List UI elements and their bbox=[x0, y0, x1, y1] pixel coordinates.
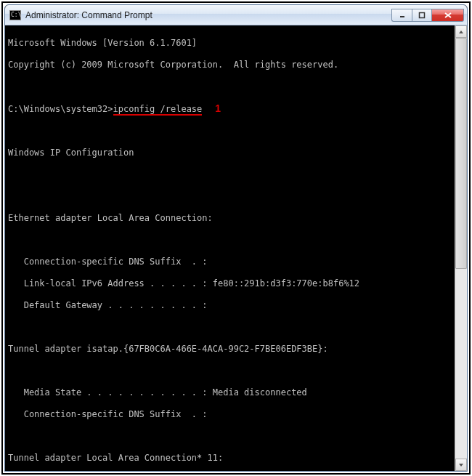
adapter-header: Ethernet adapter Local Area Connection: bbox=[8, 213, 452, 224]
line-header2: Copyright (c) 2009 Microsoft Corporation… bbox=[8, 60, 452, 70]
line-detail: Connection-specific DNS Suffix . : bbox=[8, 409, 452, 420]
close-button[interactable] bbox=[432, 9, 464, 22]
line-blank bbox=[8, 235, 452, 246]
prompt-line-1: C:\Windows\system32>ipconfig /release1 bbox=[8, 103, 452, 115]
svg-marker-4 bbox=[459, 31, 463, 33]
line-blank bbox=[8, 191, 452, 202]
scroll-up-button[interactable] bbox=[455, 25, 467, 38]
svg-marker-5 bbox=[459, 464, 463, 467]
annotation-1: 1 bbox=[215, 102, 221, 114]
adapter-header: Tunnel adapter Local Area Connection* 11… bbox=[8, 453, 452, 464]
svg-rect-1 bbox=[420, 12, 425, 17]
line-detail: Default Gateway . . . . . . . . . : bbox=[8, 300, 452, 311]
terminal-output[interactable]: Microsoft Windows [Version 6.1.7601] Cop… bbox=[5, 25, 455, 471]
command-prompt-window: C:\ Administrator: Command Prompt Micros… bbox=[4, 4, 468, 472]
scroll-down-button[interactable] bbox=[455, 459, 467, 471]
line-blank bbox=[8, 81, 452, 92]
line-detail: Link-local IPv6 Address . . . . . : fe80… bbox=[8, 278, 452, 289]
titlebar[interactable]: C:\ Administrator: Command Prompt bbox=[5, 5, 467, 25]
line-detail: Connection-specific DNS Suffix . : bbox=[8, 257, 452, 267]
maximize-button[interactable] bbox=[412, 9, 432, 22]
command-1: ipconfig /release bbox=[113, 104, 203, 116]
line-header1: Microsoft Windows [Version 6.1.7601] bbox=[8, 38, 452, 49]
line-ipconfig-hdr: Windows IP Configuration bbox=[8, 148, 452, 158]
prompt: C:\Windows\system32> bbox=[8, 104, 113, 114]
scrollbar[interactable] bbox=[455, 25, 467, 471]
line-blank bbox=[8, 366, 452, 376]
scroll-thumb[interactable] bbox=[455, 38, 467, 269]
line-blank bbox=[8, 126, 452, 137]
window-title: Administrator: Command Prompt bbox=[25, 10, 391, 20]
minimize-button[interactable] bbox=[391, 9, 412, 22]
window-controls bbox=[391, 9, 464, 22]
adapter-header: Tunnel adapter isatap.{67FB0C6A-466E-4AC… bbox=[8, 344, 452, 355]
cmd-icon: C:\ bbox=[9, 10, 21, 20]
line-blank bbox=[8, 169, 452, 180]
line-blank bbox=[8, 431, 452, 442]
line-detail: Media State . . . . . . . . . . . : Medi… bbox=[8, 387, 452, 398]
line-blank bbox=[8, 322, 452, 333]
scroll-track[interactable] bbox=[455, 38, 467, 459]
